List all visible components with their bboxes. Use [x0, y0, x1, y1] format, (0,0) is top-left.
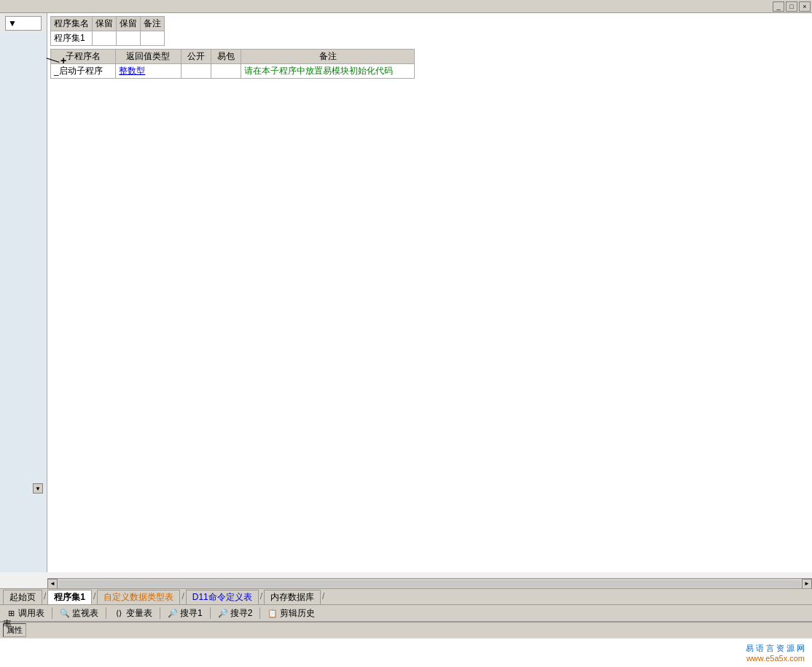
watermark-line1: 易 语 言 资 源 网: [746, 643, 805, 654]
toolbar-sep-1: [52, 607, 52, 619]
tab-progset1[interactable]: 程序集1: [47, 590, 92, 604]
col-header-reserve2: 保留: [117, 17, 141, 31]
tab-separator-2: /: [93, 591, 95, 601]
progset-remark: [141, 31, 165, 46]
minimize-button[interactable]: _: [773, 1, 784, 12]
col-header-progname: 程序集名: [51, 17, 93, 31]
clip-history-label: 剪辑历史: [280, 607, 315, 620]
progset-reserve1: [93, 31, 117, 46]
toolbar-sep-3: [160, 607, 160, 619]
subroutine-table: 子程序名 返回值类型 公开 易包 备注 _启动子程序 整数型 请在本子程序中放置…: [50, 49, 415, 79]
maximize-button[interactable]: □: [786, 1, 797, 12]
call-table-label: 调用表: [18, 607, 44, 620]
sub-public: [181, 64, 211, 79]
title-bar: _ □ ×: [0, 0, 812, 13]
variable-table-label: 变量表: [126, 607, 152, 620]
toolbar-sep-4: [210, 607, 211, 619]
toolbar-sep-2: [106, 607, 106, 619]
sub-row[interactable]: _启动子程序 整数型 请在本子程序中放置易模块初始化代码: [51, 64, 415, 79]
sub-return-type: 整数型: [116, 64, 181, 79]
search1-icon: 🔎: [168, 608, 178, 618]
scroll-track[interactable]: [59, 580, 800, 588]
toolbar-search1[interactable]: 🔎 搜寻1: [165, 606, 206, 621]
toolbar-clip-history[interactable]: 📋 剪辑历史: [265, 606, 318, 621]
close-button[interactable]: ×: [799, 1, 811, 12]
sub-col-easypack: 易包: [211, 50, 241, 64]
monitor-table-label: 监视表: [72, 607, 98, 620]
toolbar-variable-table[interactable]: ⟨⟩ 变量表: [111, 606, 155, 621]
sidebar-dropdown[interactable]: ▼: [5, 16, 42, 31]
tab-memdb[interactable]: 内存数据库: [264, 590, 321, 604]
watermark: 易 语 言 资 源 网 www.e5a5x.com: [746, 643, 805, 663]
tab-bar: 起始页 / 程序集1 / 自定义数据类型表 / D11命令定义表 / 内存数据库…: [0, 588, 812, 604]
tab-memdb-label: 内存数据库: [270, 591, 314, 604]
program-set-table: 程序集名 保留 保留 备注 程序集1: [50, 16, 165, 46]
watermark-line2: www.e5a5x.com: [746, 654, 805, 663]
tab-separator-1: /: [44, 591, 46, 601]
tab-progset1-label: 程序集1: [54, 591, 85, 604]
scroll-left-button[interactable]: ◄: [47, 579, 58, 589]
left-sidebar: ▼ ▼: [0, 13, 47, 572]
plus-icon: +: [60, 55, 66, 66]
variable-table-icon: ⟨⟩: [114, 608, 124, 618]
clip-history-icon: 📋: [268, 608, 278, 618]
tab-start-page-label: 起始页: [9, 591, 36, 604]
sub-remark: 请在本子程序中放置易模块初始化代码: [241, 64, 415, 79]
sub-col-return: 返回值类型: [116, 50, 181, 64]
main-content-area: 程序集名 保留 保留 备注 程序集1 子程序名 返回值: [47, 13, 812, 572]
monitor-table-icon: 🔍: [60, 608, 70, 618]
sub-col-remark: 备注: [241, 50, 415, 64]
sub-col-public: 公开: [181, 50, 211, 64]
search2-label: 搜寻2: [230, 607, 253, 620]
dropdown-arrow: ▼: [8, 18, 17, 28]
left-status-text: 率: [3, 618, 12, 631]
tab-separator-5: /: [322, 591, 324, 601]
bottom-toolbar: ⊞ 调用表 🔍 监视表 ⟨⟩ 变量表 🔎 搜寻1 🔎 搜寻2 📋 剪辑历史: [0, 604, 812, 622]
search1-label: 搜寻1: [180, 607, 203, 620]
toolbar-monitor-table[interactable]: 🔍 监视表: [57, 606, 101, 621]
prog-set-row[interactable]: 程序集1: [51, 31, 165, 46]
h-scrollbar: ◄ ►: [47, 578, 812, 588]
sub-easypack: [211, 64, 241, 79]
bottom-strip: 率 易 语 言 资 源 网 www.e5a5x.com: [0, 638, 812, 667]
toolbar-search2[interactable]: 🔎 搜寻2: [215, 606, 256, 621]
tab-d11-cmd-label: D11命令定义表: [192, 591, 252, 604]
tab-separator-3: /: [181, 591, 184, 601]
call-table-icon: ⊞: [6, 608, 16, 618]
tab-custom-type[interactable]: 自定义数据类型表: [97, 590, 180, 604]
status-bar: 属性: [0, 622, 812, 638]
progset-name: 程序集1: [51, 31, 93, 46]
table-container: 程序集名 保留 保留 备注 程序集1 子程序名 返回值: [47, 13, 812, 82]
col-header-reserve1: 保留: [93, 17, 117, 31]
col-header-remark: 备注: [141, 17, 165, 31]
search2-icon: 🔎: [218, 608, 228, 618]
v-scroll-down-button[interactable]: ▼: [33, 483, 43, 494]
tab-start-page[interactable]: 起始页: [3, 590, 42, 604]
tab-separator-4: /: [260, 591, 262, 601]
tab-d11-cmd[interactable]: D11命令定义表: [186, 590, 259, 604]
tab-custom-type-label: 自定义数据类型表: [104, 591, 173, 604]
scroll-right-button[interactable]: ►: [802, 579, 812, 589]
progset-reserve2: [117, 31, 141, 46]
toolbar-sep-5: [259, 607, 260, 619]
